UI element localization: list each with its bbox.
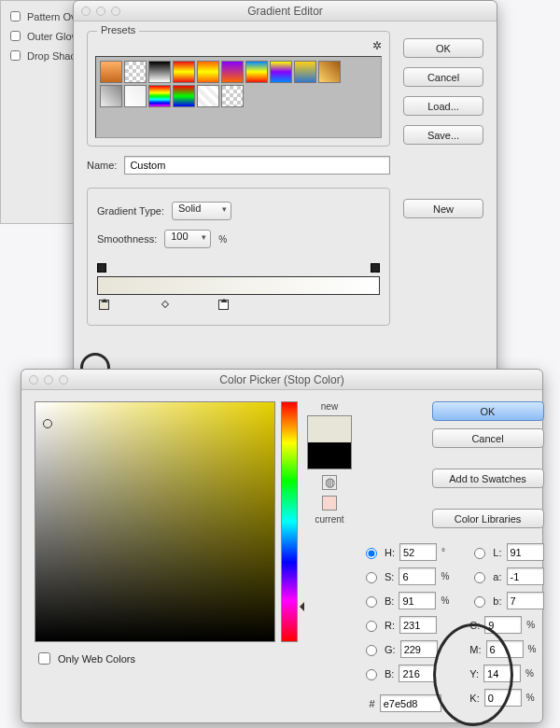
label-s: S: [385,571,394,582]
input-s[interactable] [399,567,436,585]
preset-swatch[interactable] [294,61,316,83]
preset-swatch[interactable] [197,85,219,107]
preset-swatch[interactable] [100,85,122,107]
midpoint-diamond[interactable] [161,301,169,308]
name-input[interactable] [124,156,390,175]
hue-indicator[interactable] [295,602,304,611]
current-label: current [315,514,343,525]
preset-swatch[interactable] [221,61,244,83]
input-L[interactable] [507,543,544,561]
preset-swatch[interactable] [100,61,122,83]
preset-swatch[interactable] [173,85,195,107]
gradient-editor-titlebar[interactable]: Gradient Editor [74,1,497,21]
label-r: R: [385,620,395,631]
gradient-type-select[interactable]: Solid [172,202,231,220]
color-marker[interactable] [43,419,52,428]
add-swatches-button[interactable]: Add to Swatches [432,469,544,488]
save-button[interactable]: Save... [403,125,483,145]
presets-label: Presets [97,24,139,35]
input-bl[interactable] [399,665,436,682]
color-picker-titlebar[interactable]: Color Picker (Stop Color) [21,370,542,390]
radio-L[interactable] [474,548,485,559]
label-Y: Y: [469,668,479,679]
new-label: new [321,401,338,412]
cancel-button[interactable]: Cancel [403,67,483,87]
radio-s[interactable] [366,572,377,583]
unit-pct: % [526,620,535,630]
input-K[interactable] [484,689,522,707]
ok-button[interactable]: OK [432,401,544,421]
label-L: L: [493,547,501,558]
color-field[interactable] [35,401,275,642]
gradient-type-value: Solid [178,203,201,214]
input-hex[interactable] [380,694,441,712]
label-lb: b: [493,595,501,607]
opacity-stop-left[interactable] [97,263,106,273]
preset-swatch[interactable] [124,85,147,107]
color-libraries-button[interactable]: Color Libraries [432,509,544,528]
cancel-button[interactable]: Cancel [432,428,544,448]
input-lb[interactable] [507,592,544,609]
color-picker-title: Color Picker (Stop Color) [21,373,542,386]
load-button[interactable]: Load... [403,96,483,116]
cube-icon[interactable]: ◍ [322,475,337,490]
gradient-preview[interactable] [97,276,380,295]
preset-swatch[interactable] [270,61,292,83]
opacity-stop-right[interactable] [371,263,380,273]
unit-pct: % [528,644,537,654]
input-a[interactable] [507,567,544,585]
new-current-swatch[interactable] [307,415,352,469]
input-r[interactable] [399,616,437,634]
nearest-web-swatch[interactable] [322,496,337,511]
radio-bl[interactable] [366,669,377,680]
input-Y[interactable] [483,665,521,682]
hue-slider[interactable] [281,401,298,642]
input-b[interactable] [399,592,436,609]
label-C: C: [469,620,480,631]
preset-swatch[interactable] [221,85,244,107]
input-C[interactable] [484,616,522,634]
gradient-bar[interactable] [97,263,380,310]
radio-lb[interactable] [474,596,485,608]
smoothness-select[interactable]: 100 [164,230,211,248]
preset-swatch[interactable] [173,61,195,83]
ok-button[interactable]: OK [403,38,483,58]
only-web-colors[interactable]: Only Web Colors [35,650,298,667]
smoothness-value: 100 [171,231,188,242]
pattern-overlay-checkbox[interactable] [10,11,21,21]
radio-b[interactable] [366,596,377,608]
radio-g[interactable] [366,645,377,656]
presets-well[interactable] [95,56,382,138]
new-color[interactable] [308,416,351,442]
label-bl: B: [385,668,394,679]
color-stop-left[interactable] [99,300,109,310]
outer-glow-label: Outer Glow [27,31,79,42]
gradient-type-fieldset: Gradient Type: Solid Smoothness: 100 % [87,188,390,326]
preset-swatch[interactable] [124,61,147,83]
preset-swatch[interactable] [148,61,171,83]
presets-fieldset: Presets ✲ [87,31,390,147]
color-stop-mid[interactable] [218,300,229,310]
gear-icon[interactable]: ✲ [372,39,382,52]
radio-a[interactable] [474,572,485,583]
only-web-checkbox[interactable] [38,652,50,665]
input-M[interactable] [486,640,524,658]
preset-swatch[interactable] [148,85,171,107]
hex-label: # [370,698,375,709]
percent-unit: % [218,234,227,245]
unit-deg: ° [441,547,445,557]
new-button[interactable]: New [403,199,483,218]
color-picker-dialog: Color Picker (Stop Color) Only Web Color… [21,369,543,723]
radio-h[interactable] [366,548,377,559]
preset-swatch[interactable] [197,61,219,83]
input-h[interactable] [399,543,437,561]
preset-swatch[interactable] [245,61,268,83]
preset-swatch[interactable] [318,61,341,83]
current-color[interactable] [308,442,351,469]
gradient-type-label: Gradient Type: [97,205,164,217]
outer-glow-checkbox[interactable] [10,31,21,41]
input-g[interactable] [400,640,438,658]
drop-shadow-checkbox[interactable] [10,50,21,61]
radio-r[interactable] [366,621,377,632]
gradient-editor-dialog: Gradient Editor Presets ✲ [73,0,497,381]
